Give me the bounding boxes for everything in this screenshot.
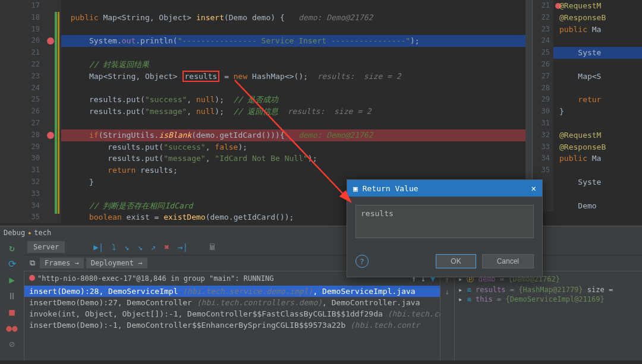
stack-down-icon[interactable]: ↓	[445, 287, 450, 296]
show-exec-point-icon[interactable]: ▶|	[93, 242, 103, 252]
return-value-dialog: ▣ Return Value ✕ results ? OK Cancel	[347, 179, 543, 277]
help-icon[interactable]: ?	[355, 255, 369, 268]
rerun-icon[interactable]: ↻	[9, 242, 15, 254]
right-code-editor[interactable]: @RequestM @ResponseB public Ma Syste Map…	[553, 0, 642, 211]
stack-frames-list[interactable]: insert(Demo):28, DemoServiceImpl (hbi.te…	[24, 286, 440, 331]
cancel-button[interactable]: Cancel	[482, 254, 534, 268]
ok-button[interactable]: OK	[436, 254, 476, 268]
dialog-title-text: Return Value	[363, 184, 418, 193]
drop-frame-icon[interactable]: ✖	[165, 242, 169, 252]
debug-tab-bar: Debug ✦ tech	[0, 226, 642, 239]
return-value-input[interactable]: results	[355, 205, 534, 238]
breakpoint-icon[interactable]	[47, 132, 54, 139]
pin-icon: ✦	[27, 229, 32, 237]
stop-icon[interactable]: ■	[9, 306, 15, 318]
step-over-icon[interactable]: ⤵	[112, 242, 116, 252]
code-line-20: System.out.println("---------------- Ser…	[89, 36, 420, 45]
deployment-tab[interactable]: Deployment →	[86, 258, 147, 268]
stack-row[interactable]: insertDemo(Demo):27, DemoController (hbi…	[24, 297, 440, 308]
dialog-icon: ▣	[353, 184, 358, 193]
change-marker	[58, 12, 59, 214]
stack-row[interactable]: invoke(int, Object, Object[]):-1, DemoCo…	[24, 308, 440, 319]
server-tab[interactable]: Server	[27, 241, 65, 253]
run-to-cursor-icon[interactable]: →|	[178, 242, 188, 252]
frames-tab[interactable]: Frames →	[40, 258, 84, 268]
frames-icon: ⧉	[30, 258, 35, 268]
var-row[interactable]: ▸ ≡ this = {DemoServiceImpl@21169}	[458, 295, 638, 304]
debug-side-toolbar: ↻ ⟳ ▶ ⏸ ■ ●● ⊘	[0, 239, 24, 360]
change-marker	[55, 12, 57, 214]
variables-pane[interactable]: ▸ ⓟ demo = {Demo@21762} ▸ ≡ results = {H…	[454, 271, 642, 360]
evaluate-icon[interactable]: 🖩	[208, 242, 216, 252]
step-out-icon[interactable]: ↗	[151, 242, 156, 252]
debug-tab-label[interactable]: Debug	[4, 229, 25, 237]
thread-status-icon	[29, 275, 35, 281]
highlighted-results-variable: results	[182, 71, 220, 82]
line-gutter: 17 18 19 20 21 22 23 24 25 26 27 28 29 3…	[0, 0, 45, 223]
stack-row[interactable]: insert(Demo):28, DemoServiceImpl (hbi.te…	[24, 286, 440, 297]
resume-icon[interactable]: ⟳	[8, 258, 16, 270]
pause-icon[interactable]: ⏸	[7, 290, 17, 302]
thread-title[interactable]: "http-nio-8080-exec-17"@18,846 in group …	[37, 274, 273, 283]
mute-bp-icon[interactable]: ⊘	[9, 338, 15, 350]
breakpoints-icon[interactable]: ●●	[6, 322, 17, 334]
debug-config-name: tech	[34, 229, 51, 237]
force-step-into-icon[interactable]: ↘	[138, 242, 143, 252]
run-icon[interactable]: ▶	[9, 274, 15, 286]
var-row[interactable]: ▸ ≡ results = {HashMap@21779} size =	[458, 285, 638, 295]
close-icon[interactable]: ✕	[531, 183, 536, 193]
stack-row[interactable]: insertDemo(Demo):-1, DemoController$$Enh…	[24, 319, 440, 331]
step-into-icon[interactable]: ↘	[124, 242, 129, 252]
